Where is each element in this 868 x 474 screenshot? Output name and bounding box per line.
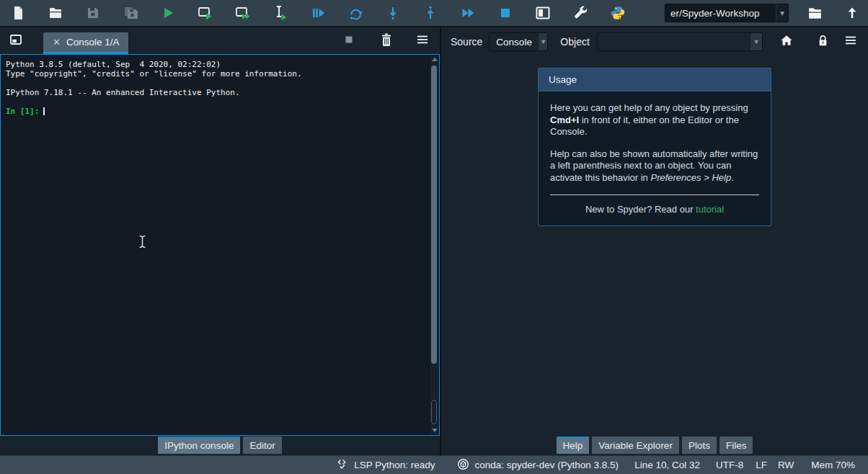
usage-p1-shortcut: Cmd+I — [550, 115, 579, 125]
run-cell-button[interactable] — [197, 4, 214, 22]
lsp-status[interactable]: LSP Python: ready — [336, 458, 435, 473]
save-icon — [86, 6, 100, 20]
status-bar: LSP Python: ready conda: spyder-dev (Pyt… — [0, 455, 868, 474]
hamburger-menu-icon — [844, 34, 857, 50]
run-cell-advance-icon — [235, 5, 251, 21]
console-tab-bar: ✕ Console 1/A — [0, 27, 440, 54]
console-banner: Python 3.8.5 (default, Sep 4 2020, 02:22… — [1, 55, 439, 116]
usage-footer-text: New to Spyder? Read our — [585, 204, 696, 215]
maximize-pane-button[interactable] — [534, 4, 552, 22]
console-vertical-scrollbar[interactable] — [429, 55, 438, 434]
console-banner-line — [6, 97, 439, 107]
help-lock-button[interactable] — [815, 34, 831, 50]
maximize-pane-icon — [535, 5, 551, 21]
run-selection-button[interactable] — [272, 4, 289, 22]
parent-directory-button[interactable] — [843, 4, 861, 22]
new-file-button[interactable] — [9, 4, 27, 22]
scrollbar-thumb[interactable] — [431, 66, 437, 364]
preferences-button[interactable] — [572, 4, 589, 22]
help-options-menu-button[interactable] — [843, 34, 859, 50]
console-tab[interactable]: ✕ Console 1/A — [43, 32, 128, 54]
stop-button[interactable] — [497, 4, 514, 22]
save-all-button[interactable] — [122, 4, 139, 22]
debug-file-button[interactable] — [309, 4, 327, 22]
help-toolbar: Source Console ▼ Object ▼ — [441, 27, 868, 56]
conda-env-text: conda: spyder-dev (Python 3.8.5) — [475, 460, 619, 470]
source-combo[interactable]: Console ▼ — [489, 32, 548, 51]
console-prompt-line[interactable]: In [1]: — [6, 107, 439, 116]
save-file-button[interactable] — [84, 4, 102, 22]
conda-env-icon — [457, 458, 469, 473]
browse-tabs-button[interactable] — [7, 32, 25, 50]
hamburger-menu-icon — [416, 33, 429, 49]
help-pane: Source Console ▼ Object ▼ Usage — [441, 27, 868, 455]
tab-plots[interactable]: Plots — [682, 437, 717, 454]
console-tab-label: Console 1/A — [66, 37, 120, 48]
console-banner-line: IPython 7.18.1 -- An enhanced Interactiv… — [6, 88, 439, 97]
tab-editor[interactable]: Editor — [243, 437, 281, 454]
tab-files[interactable]: Files — [719, 437, 753, 454]
working-directory-combo[interactable]: er/Spyder-Workshop ▼ — [665, 4, 789, 22]
usage-paragraph-1: Here you can get help of any object by p… — [550, 102, 759, 138]
working-directory-value[interactable]: er/Spyder-Workshop — [665, 8, 776, 19]
spyder-window: er/Spyder-Workshop ▼ ✕ Console 1/A — [0, 0, 868, 474]
permissions-text: RW — [778, 460, 794, 470]
usage-card: Usage Here you can get help of any objec… — [538, 68, 771, 226]
help-content-area: Usage Here you can get help of any objec… — [441, 56, 868, 436]
usage-p1-text: in front of it, either on the Editor or … — [550, 115, 739, 138]
console-banner-line — [6, 79, 439, 88]
console-banner-line: Python 3.8.5 (default, Sep 4 2020, 02:22… — [6, 60, 439, 69]
chevron-down-icon[interactable]: ▼ — [539, 33, 547, 50]
mouse-cursor-ibeam — [137, 235, 148, 249]
encoding-status[interactable]: UTF-8 — [716, 460, 743, 470]
run-file-button[interactable] — [159, 4, 177, 22]
open-folder-icon — [48, 6, 63, 20]
browse-working-directory-button[interactable] — [806, 4, 823, 22]
python-interpreter-button[interactable] — [609, 4, 626, 22]
open-file-button[interactable] — [47, 4, 64, 22]
tab-variable-explorer[interactable]: Variable Explorer — [592, 437, 679, 454]
scrollbar-down-arrow[interactable] — [432, 429, 438, 432]
usage-paragraph-2: Help can also be shown automatically aft… — [550, 148, 759, 184]
step-into-button[interactable] — [384, 4, 402, 22]
text-caret — [43, 107, 45, 115]
conda-environment-status[interactable]: conda: spyder-dev (Python 3.8.5) — [457, 458, 619, 473]
step-return-button[interactable] — [422, 4, 439, 22]
fast-forward-icon — [461, 6, 475, 20]
step-return-icon — [423, 6, 438, 20]
home-icon — [780, 34, 793, 50]
run-cell-advance-button[interactable] — [234, 4, 252, 22]
object-combo[interactable]: ▼ — [597, 32, 763, 51]
memory-status[interactable]: Mem 70% — [811, 460, 855, 470]
save-all-icon — [123, 6, 138, 20]
run-selection-icon — [273, 5, 288, 21]
interrupt-kernel-button[interactable] — [340, 32, 358, 50]
lsp-status-text: LSP Python: ready — [354, 460, 435, 470]
eol-status[interactable]: LF — [756, 460, 767, 470]
cursor-position-status[interactable]: Line 10, Col 32 — [634, 460, 700, 470]
help-home-button[interactable] — [779, 34, 794, 50]
scrollbar-up-arrow[interactable] — [432, 58, 438, 61]
usage-card-body: Here you can get help of any object by p… — [539, 91, 771, 225]
tutorial-link[interactable]: tutorial — [696, 204, 724, 215]
console-output-area[interactable]: Python 3.8.5 (default, Sep 4 2020, 02:22… — [0, 54, 440, 436]
remove-all-variables-button[interactable] — [377, 32, 394, 50]
fast-forward-button[interactable] — [459, 4, 477, 22]
run-icon — [161, 6, 175, 20]
interrupt-kernel-icon — [342, 33, 355, 49]
usage-card-title: Usage — [539, 68, 771, 91]
lock-icon — [817, 34, 829, 50]
console-options-menu-button[interactable] — [414, 32, 431, 50]
close-icon[interactable]: ✕ — [53, 37, 61, 47]
wrench-icon — [573, 6, 588, 21]
usage-footer: New to Spyder? Read our tutorial — [550, 204, 759, 216]
main-toolbar: er/Spyder-Workshop ▼ — [0, 0, 868, 27]
source-combo-value: Console — [490, 37, 539, 48]
permissions-status[interactable]: RW — [778, 460, 794, 470]
tab-ipython-console[interactable]: IPython console — [158, 437, 240, 454]
run-current-line-button[interactable] — [347, 4, 364, 22]
chevron-down-icon[interactable]: ▼ — [750, 33, 762, 50]
chevron-down-icon[interactable]: ▼ — [776, 4, 788, 22]
right-pane-switcher: Help Variable Explorer Plots Files — [441, 436, 868, 455]
tab-help[interactable]: Help — [557, 437, 590, 454]
